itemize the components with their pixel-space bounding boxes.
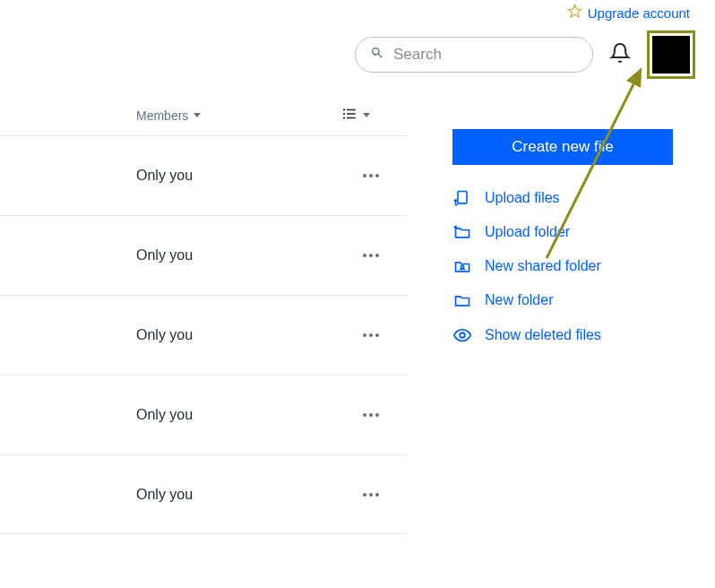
row-members-text: Only you (136, 327, 193, 343)
row-members-text: Only you (136, 407, 193, 423)
show-deleted-files-action[interactable]: Show deleted files (452, 317, 715, 353)
new-shared-folder-label: New shared folder (485, 258, 601, 274)
ellipsis-icon (363, 254, 379, 257)
new-folder-action[interactable]: New folder (452, 283, 715, 317)
account-avatar[interactable] (647, 30, 695, 79)
upload-files-label: Upload files (485, 190, 560, 206)
chevron-down-icon (194, 113, 201, 117)
row-actions-button[interactable] (356, 406, 386, 424)
file-list: Members Only you Only you (0, 106, 408, 534)
upgrade-account-link[interactable]: Upgrade account (567, 4, 690, 22)
svg-point-5 (343, 117, 345, 118)
upgrade-account-label: Upgrade account (588, 5, 690, 21)
ellipsis-icon (363, 174, 379, 177)
show-deleted-files-label: Show deleted files (485, 327, 601, 343)
table-row[interactable]: Only you (0, 215, 408, 295)
row-members-text: Only you (136, 487, 193, 503)
view-options-button[interactable] (341, 106, 370, 125)
search-icon (370, 46, 384, 64)
svg-point-9 (460, 333, 465, 338)
table-row[interactable]: Only you (0, 375, 408, 454)
ellipsis-icon (363, 493, 379, 497)
members-column-header[interactable]: Members (136, 108, 201, 123)
list-icon (341, 106, 358, 125)
members-header-label: Members (136, 108, 188, 123)
avatar-image (652, 36, 690, 74)
row-members-text: Only you (136, 247, 193, 264)
row-actions-button[interactable] (356, 486, 386, 504)
row-actions-button[interactable] (356, 326, 386, 344)
svg-point-3 (343, 113, 345, 115)
svg-point-8 (461, 265, 463, 268)
star-icon (567, 4, 582, 22)
upload-files-action[interactable]: Upload files (452, 181, 715, 215)
svg-rect-2 (347, 109, 356, 111)
ellipsis-icon (363, 333, 379, 337)
table-row[interactable]: Only you (0, 295, 408, 375)
notifications-button[interactable] (609, 42, 631, 67)
upload-folder-action[interactable]: Upload folder (452, 215, 715, 249)
upload-folder-label: Upload folder (485, 224, 570, 240)
row-actions-button[interactable] (356, 246, 386, 264)
row-members-text: Only you (136, 168, 193, 184)
svg-marker-0 (568, 4, 581, 16)
search-input[interactable] (393, 46, 578, 64)
chevron-down-icon (363, 113, 370, 117)
folder-icon (452, 291, 472, 309)
new-folder-label: New folder (485, 292, 553, 308)
new-shared-folder-action[interactable]: New shared folder (452, 249, 715, 283)
svg-rect-4 (347, 113, 356, 115)
ellipsis-icon (363, 413, 379, 417)
shared-folder-icon (452, 257, 472, 275)
eye-icon (452, 325, 472, 345)
svg-rect-7 (458, 192, 467, 203)
upload-folder-icon (452, 223, 472, 241)
row-actions-button[interactable] (356, 167, 386, 185)
search-input-container[interactable] (355, 37, 593, 73)
svg-point-1 (343, 108, 345, 110)
actions-panel: Create new file Upload files Upload fold… (408, 106, 715, 534)
svg-rect-6 (347, 117, 356, 119)
upload-file-icon (452, 189, 472, 207)
create-new-file-button[interactable]: Create new file (452, 129, 673, 165)
table-row[interactable]: Only you (0, 135, 408, 215)
table-row[interactable]: Only you (0, 454, 408, 534)
